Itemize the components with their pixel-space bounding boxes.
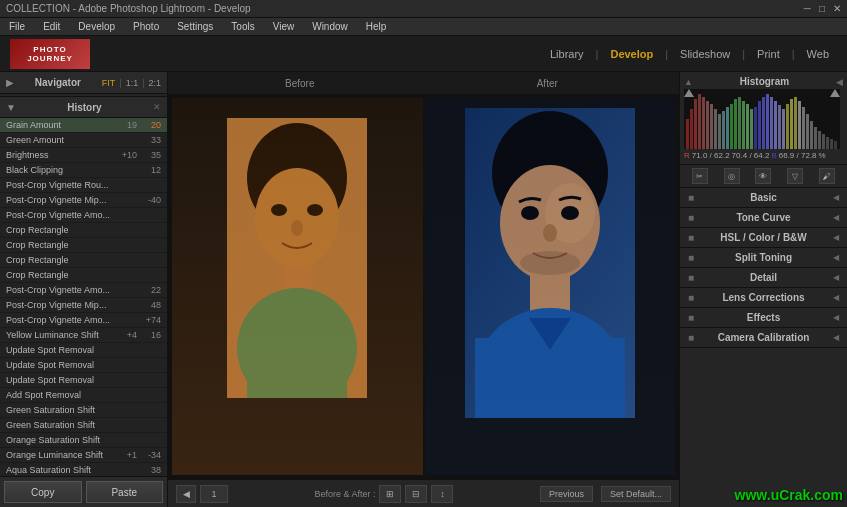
- after-photo-container: [425, 98, 676, 475]
- history-item[interactable]: Crop Rectangle: [0, 238, 167, 253]
- nav-library[interactable]: Library: [542, 46, 592, 62]
- tool-heal[interactable]: ◎: [724, 168, 740, 184]
- svg-rect-40: [750, 109, 753, 149]
- ba-view-btn1[interactable]: ⊞: [379, 485, 401, 503]
- history-item[interactable]: Orange Saturation Shift: [0, 433, 167, 448]
- copy-button[interactable]: Copy: [4, 481, 82, 503]
- history-item[interactable]: Green Saturation Shift: [0, 403, 167, 418]
- history-item[interactable]: Crop Rectangle: [0, 223, 167, 238]
- history-item[interactable]: Update Spot Removal: [0, 358, 167, 373]
- history-item[interactable]: Post-Crop Vignette Amo... +74: [0, 313, 167, 328]
- watermark: www.uCrak.com: [735, 487, 843, 503]
- svg-rect-58: [822, 134, 825, 149]
- svg-rect-61: [834, 141, 837, 149]
- section-basic[interactable]: ■ Basic ◀: [680, 188, 847, 208]
- before-label-area: Before: [176, 78, 424, 89]
- zoom-1to1[interactable]: 1:1: [126, 78, 139, 88]
- section-lens[interactable]: ■ Lens Corrections ◀: [680, 288, 847, 308]
- svg-rect-45: [770, 97, 773, 149]
- minimize-btn[interactable]: ─: [804, 3, 811, 14]
- history-item[interactable]: Grain Amount 19 20: [0, 118, 167, 133]
- section-effects[interactable]: ■ Effects ◀: [680, 308, 847, 328]
- history-item[interactable]: Post-Crop Vignette Amo... 22: [0, 283, 167, 298]
- history-item[interactable]: Post-Crop Vignette Rou...: [0, 178, 167, 193]
- section-hsl-arrow: ◀: [833, 233, 839, 242]
- history-item[interactable]: Add Spot Removal: [0, 388, 167, 403]
- section-basic-label: Basic: [750, 192, 777, 203]
- nav-print[interactable]: Print: [749, 46, 788, 62]
- tool-brush[interactable]: 🖌: [819, 168, 835, 184]
- bottom-buttons: Copy Paste: [0, 476, 167, 507]
- ba-view-btn3[interactable]: ↕: [431, 485, 453, 503]
- paste-button[interactable]: Paste: [86, 481, 164, 503]
- previous-button[interactable]: Previous: [540, 486, 593, 502]
- tool-gradient[interactable]: ▽: [787, 168, 803, 184]
- history-triangle: ▼: [6, 102, 16, 113]
- tool-redeye[interactable]: 👁: [755, 168, 771, 184]
- svg-rect-54: [806, 114, 809, 149]
- history-item[interactable]: Update Spot Removal: [0, 373, 167, 388]
- set-default-button[interactable]: Set Default...: [601, 486, 671, 502]
- section-split-toning[interactable]: ■ Split Toning ◀: [680, 248, 847, 268]
- close-btn[interactable]: ✕: [833, 3, 841, 14]
- center-panel: Before After: [168, 72, 679, 507]
- history-close[interactable]: ✕: [153, 102, 161, 112]
- history-item[interactable]: Post-Crop Vignette Mip... 48: [0, 298, 167, 313]
- section-camera-cal[interactable]: ■ Camera Calibration ◀: [680, 328, 847, 348]
- svg-rect-55: [810, 121, 813, 149]
- section-effects-arrow: ◀: [833, 313, 839, 322]
- svg-rect-56: [814, 127, 817, 149]
- section-detail[interactable]: ■ Detail ◀: [680, 268, 847, 288]
- nav-develop[interactable]: Develop: [602, 46, 661, 62]
- section-tone-curve[interactable]: ■ Tone Curve ◀: [680, 208, 847, 228]
- history-item[interactable]: Aqua Saturation Shift 38: [0, 463, 167, 476]
- nav-sep4: |: [792, 48, 795, 60]
- history-item[interactable]: Brightness +10 35: [0, 148, 167, 163]
- history-item[interactable]: Green Amount 33: [0, 133, 167, 148]
- history-item[interactable]: Green Saturation Shift: [0, 418, 167, 433]
- history-item[interactable]: Post-Crop Vignette Mip... -40: [0, 193, 167, 208]
- menu-view[interactable]: View: [270, 20, 298, 33]
- menu-file[interactable]: File: [6, 20, 28, 33]
- svg-rect-52: [798, 101, 801, 149]
- maximize-btn[interactable]: □: [819, 3, 825, 14]
- nav-slideshow[interactable]: Slideshow: [672, 46, 738, 62]
- nav-sep1: |: [596, 48, 599, 60]
- navigator-header: ▶ Navigator FIT | 1:1 | 2:1: [0, 72, 167, 94]
- history-item[interactable]: Yellow Luminance Shift +4 16: [0, 328, 167, 343]
- zoom-out-btn[interactable]: ◀: [176, 485, 196, 503]
- svg-rect-27: [698, 94, 701, 149]
- ba-view-btn2[interactable]: ⊟: [405, 485, 427, 503]
- history-item[interactable]: Orange Luminance Shift +1 -34: [0, 448, 167, 463]
- logo-text: PHOTO: [33, 45, 66, 54]
- history-title: History: [67, 102, 101, 113]
- histogram-icon: ▲: [684, 77, 693, 87]
- svg-rect-44: [766, 94, 769, 149]
- zoom-2to1[interactable]: 2:1: [148, 78, 161, 88]
- menu-window[interactable]: Window: [309, 20, 351, 33]
- history-item[interactable]: Crop Rectangle: [0, 268, 167, 283]
- menu-settings[interactable]: Settings: [174, 20, 216, 33]
- nav-web[interactable]: Web: [799, 46, 837, 62]
- menu-edit[interactable]: Edit: [40, 20, 63, 33]
- svg-rect-43: [762, 97, 765, 149]
- svg-rect-32: [718, 114, 721, 149]
- histogram-expand[interactable]: ◀: [836, 77, 843, 87]
- history-item[interactable]: Crop Rectangle: [0, 253, 167, 268]
- section-detail-arrow: ◀: [833, 273, 839, 282]
- menu-tools[interactable]: Tools: [228, 20, 257, 33]
- section-hsl[interactable]: ■ HSL / Color / B&W ◀: [680, 228, 847, 248]
- zoom-fit[interactable]: FIT: [102, 78, 116, 88]
- svg-rect-34: [726, 107, 729, 149]
- history-list[interactable]: Grain Amount 19 20 Green Amount 33 Brigh…: [0, 118, 167, 476]
- menu-photo[interactable]: Photo: [130, 20, 162, 33]
- menu-develop[interactable]: Develop: [75, 20, 118, 33]
- section-icon: ■: [688, 272, 694, 283]
- history-item[interactable]: Update Spot Removal: [0, 343, 167, 358]
- view-mode-btn[interactable]: 1: [200, 485, 228, 503]
- menu-help[interactable]: Help: [363, 20, 390, 33]
- section-split-toning-label: Split Toning: [735, 252, 792, 263]
- tool-crop[interactable]: ✂: [692, 168, 708, 184]
- history-item[interactable]: Black Clipping 12: [0, 163, 167, 178]
- history-item[interactable]: Post-Crop Vignette Amo...: [0, 208, 167, 223]
